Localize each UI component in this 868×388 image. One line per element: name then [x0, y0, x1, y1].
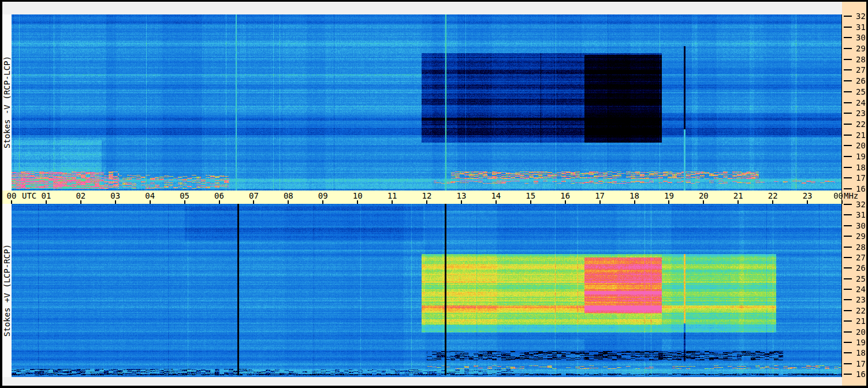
- time-label: 00: [833, 191, 843, 201]
- freq-tick: [844, 59, 852, 60]
- freq-tick: [844, 289, 852, 290]
- freq-label: 22: [856, 119, 866, 129]
- title-bar: AJ4CO Observatory 16 Apr 2019 - DPS on T…: [2, 2, 842, 14]
- freq-label: 20: [856, 140, 866, 151]
- freq-tick: [844, 247, 852, 248]
- freq-label: 16: [856, 184, 866, 194]
- freq-label: 29: [856, 231, 866, 241]
- freq-label: 20: [856, 327, 866, 337]
- freq-tick: [844, 352, 852, 353]
- freq-tick: [844, 135, 852, 136]
- freq-tick: [844, 267, 852, 268]
- time-label: 19: [664, 191, 674, 201]
- time-axis-unit-label: UTC: [22, 191, 36, 201]
- freq-label: 17: [856, 359, 866, 369]
- freq-tick: [844, 80, 852, 81]
- time-label: 06: [214, 191, 224, 201]
- freq-label: 19: [856, 151, 866, 162]
- freq-tick: [844, 91, 852, 92]
- freq-label: 27: [856, 65, 866, 75]
- freq-tick: [844, 16, 852, 17]
- panel-label-stokes-minus-v: Stokes -V (RCP-LCP): [2, 56, 12, 148]
- freq-label: 30: [856, 32, 866, 43]
- freq-tick: [844, 69, 852, 70]
- freq-label: 18: [856, 162, 866, 173]
- freq-label: 17: [856, 173, 866, 183]
- time-label: 03: [110, 191, 120, 201]
- freq-label: 25: [856, 274, 866, 284]
- freq-tick: [844, 102, 852, 103]
- spectrogram-stokes-plus-v: [12, 204, 842, 377]
- freq-label: 28: [856, 242, 866, 252]
- freq-label: 32: [856, 11, 866, 21]
- time-label: 21: [733, 191, 743, 201]
- freq-label: 25: [856, 87, 866, 97]
- freq-tick: [844, 342, 852, 343]
- freq-label: 22: [856, 305, 866, 316]
- freq-label: 32: [856, 199, 866, 210]
- freq-label: 18: [856, 348, 866, 358]
- freq-tick: [844, 188, 852, 189]
- time-label: 09: [318, 191, 328, 201]
- freq-tick: [844, 331, 852, 333]
- freq-label: 31: [856, 22, 866, 32]
- freq-label: 23: [856, 294, 866, 305]
- time-label: 15: [526, 191, 535, 201]
- freq-tick: [844, 257, 852, 258]
- freq-label: 23: [856, 108, 866, 118]
- freq-label: 30: [856, 221, 866, 231]
- time-label: 05: [180, 191, 189, 201]
- freq-tick: [844, 374, 852, 375]
- freq-label: 28: [856, 54, 866, 65]
- time-label: 22: [768, 191, 778, 201]
- time-label: 02: [76, 191, 85, 201]
- freq-label: 24: [856, 284, 866, 294]
- freq-label: 24: [856, 98, 866, 108]
- freq-label: 21: [856, 130, 866, 140]
- time-label: 13: [456, 191, 466, 201]
- time-label: 23: [803, 191, 813, 201]
- time-label: 08: [284, 191, 293, 201]
- freq-tick: [844, 310, 852, 311]
- freq-tick: [844, 27, 852, 28]
- spectrogram-stokes-minus-v: [12, 14, 842, 191]
- freq-label: 21: [856, 316, 866, 326]
- freq-label: 26: [856, 76, 866, 86]
- freq-label: 16: [856, 369, 866, 379]
- time-label: 07: [249, 191, 259, 201]
- time-label: 00: [7, 191, 17, 201]
- bottom-margin: [2, 377, 842, 386]
- freq-tick: [844, 145, 852, 146]
- time-label: 17: [595, 191, 605, 201]
- freq-tick: [844, 204, 852, 205]
- time-label: 12: [422, 191, 432, 201]
- freq-tick: [844, 236, 852, 237]
- freq-tick: [844, 278, 852, 279]
- dps-display-window: AJ4CO Observatory 16 Apr 2019 - DPS on T…: [0, 0, 868, 388]
- time-label: 10: [353, 191, 363, 201]
- time-label: 14: [491, 191, 501, 201]
- freq-tick: [844, 113, 852, 114]
- freq-tick: [844, 37, 852, 38]
- freq-tick: [844, 214, 852, 215]
- freq-label: 27: [856, 252, 866, 263]
- time-label: 18: [629, 191, 639, 201]
- freq-tick: [844, 177, 852, 178]
- time-label: 16: [560, 191, 570, 201]
- freq-tick: [844, 225, 852, 226]
- time-label: 04: [145, 191, 155, 201]
- freq-tick: [844, 124, 852, 125]
- time-label: 11: [388, 191, 397, 201]
- panel-label-stokes-plus-v: Stokes +V (LCP-RCP): [2, 244, 12, 337]
- freq-label: 26: [856, 263, 866, 273]
- freq-tick: [844, 299, 852, 300]
- time-label: 20: [699, 191, 709, 201]
- freq-label: 29: [856, 43, 866, 54]
- freq-label: 19: [856, 337, 866, 348]
- freq-tick: [844, 48, 852, 49]
- freq-tick: [844, 363, 852, 364]
- time-label: 01: [41, 191, 51, 201]
- freq-tick: [844, 156, 852, 157]
- freq-tick: [844, 320, 852, 322]
- freq-label: 31: [856, 210, 866, 220]
